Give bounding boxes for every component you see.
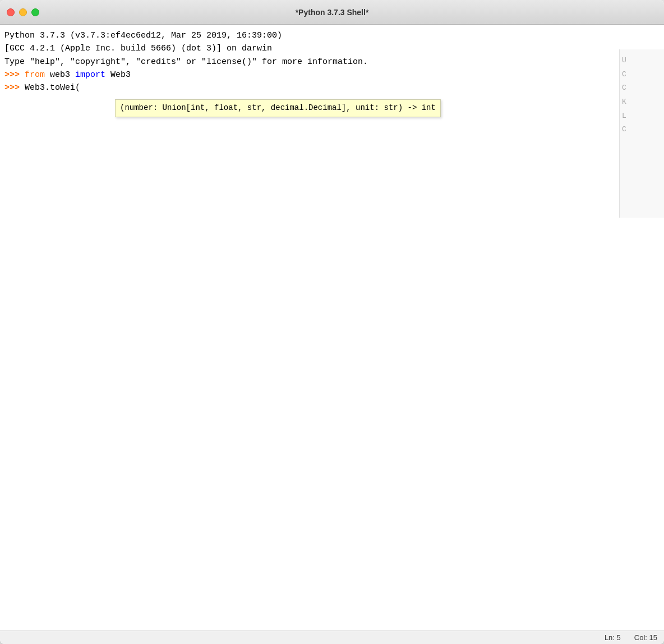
close-button[interactable] xyxy=(7,8,15,16)
output-area: Python 3.7.3 (v3.7.3:ef4ec6ed12, Mar 25 … xyxy=(4,29,660,626)
python-shell-window: *Python 3.7.3 Shell* Python 3.7.3 (v3.7.… xyxy=(0,0,664,644)
right-panel: UCCKLC xyxy=(619,49,664,218)
minimize-button[interactable] xyxy=(19,8,27,16)
from-keyword: from xyxy=(25,68,45,81)
tooltip-text: (number: Union[int, float, str, decimal.… xyxy=(120,103,436,112)
input-line-5: >>> Web3.toWei( (number: Union[int, floa… xyxy=(4,81,660,94)
import-keyword: import xyxy=(75,68,105,81)
status-bar: Ln: 5 Col: 15 xyxy=(0,631,664,644)
status-bar-text: Ln: 5 Col: 15 xyxy=(605,633,657,642)
traffic-lights xyxy=(7,8,39,16)
autocomplete-tooltip: (number: Union[int, float, str, decimal.… xyxy=(115,99,441,117)
import-middle: web3 xyxy=(45,68,75,81)
output-line-1: Python 3.7.3 (v3.7.3:ef4ec6ed12, Mar 25 … xyxy=(4,29,660,42)
line5-code: Web3.toWei( xyxy=(25,81,80,94)
ln-status: Ln: 5 xyxy=(605,633,621,642)
titlebar: *Python 3.7.3 Shell* xyxy=(0,0,664,25)
window-title: *Python 3.7.3 Shell* xyxy=(296,8,369,17)
import-end: Web3 xyxy=(105,68,131,81)
prompt-1: >>> xyxy=(4,68,25,81)
col-status: Col: 15 xyxy=(634,633,657,642)
output-line-2: [GCC 4.2.1 (Apple Inc. build 5666) (dot … xyxy=(4,42,660,55)
output-line-3: Type "help", "copyright", "credits" or "… xyxy=(4,56,660,68)
shell-content[interactable]: Python 3.7.3 (v3.7.3:ef4ec6ed12, Mar 25 … xyxy=(0,25,664,631)
maximize-button[interactable] xyxy=(31,8,39,16)
input-line-4: >>> from web3 import Web3 xyxy=(4,68,660,81)
prompt-2: >>> xyxy=(4,81,25,94)
right-panel-chars: UCCKLC xyxy=(622,54,662,137)
